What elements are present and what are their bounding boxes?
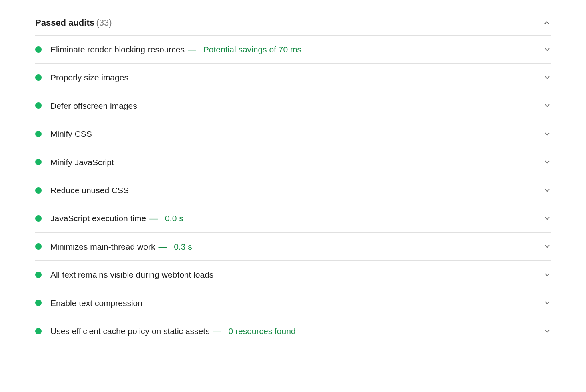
audit-row[interactable]: Defer offscreen images (35, 92, 551, 120)
audit-text: Eliminate render-blocking resources— Pot… (50, 44, 544, 55)
audit-text: Minify CSS (50, 128, 544, 140)
audit-label: Enable text compression (50, 298, 142, 308)
chevron-down-icon (544, 130, 551, 138)
audit-detail-separator: — (188, 45, 196, 54)
status-pass-icon (35, 215, 42, 222)
audit-row[interactable]: Properly size images (35, 64, 551, 92)
status-pass-icon (35, 187, 42, 194)
audit-label: JavaScript execution time (50, 214, 146, 223)
audit-text: JavaScript execution time— 0.0 s (50, 212, 544, 224)
chevron-down-icon (544, 158, 551, 166)
audit-label: Eliminate render-blocking resources (50, 45, 185, 54)
audit-label: Properly size images (50, 73, 128, 82)
audit-row[interactable]: JavaScript execution time— 0.0 s (35, 204, 551, 232)
status-pass-icon (35, 102, 42, 109)
audit-text: All text remains visible during webfont … (50, 269, 544, 280)
audit-text: Enable text compression (50, 297, 544, 309)
chevron-down-icon (544, 74, 551, 81)
audit-label: All text remains visible during webfont … (50, 270, 213, 279)
audit-row[interactable]: Enable text compression (35, 289, 551, 317)
audit-label: Uses efficient cache policy on static as… (50, 326, 210, 336)
audit-row[interactable]: Minify CSS (35, 120, 551, 148)
audit-text: Minimizes main-thread work— 0.3 s (50, 241, 544, 252)
audit-text: Properly size images (50, 72, 544, 83)
audit-detail: Potential savings of 70 ms (201, 45, 301, 54)
section-title: Passed audits (35, 18, 94, 28)
audit-detail-separator: — (213, 326, 221, 336)
audit-label: Minify JavaScript (50, 158, 114, 167)
audit-detail-separator: — (158, 242, 167, 251)
section-count: (33) (96, 18, 112, 28)
status-pass-icon (35, 131, 42, 137)
chevron-up-icon (543, 19, 551, 27)
audit-list: Eliminate render-blocking resources— Pot… (35, 35, 551, 345)
audit-row[interactable]: Minify JavaScript (35, 148, 551, 176)
audit-label: Minify CSS (50, 129, 92, 138)
audit-text: Defer offscreen images (50, 100, 544, 112)
chevron-down-icon (544, 215, 551, 222)
audit-row[interactable]: Eliminate render-blocking resources— Pot… (35, 36, 551, 64)
status-pass-icon (35, 300, 42, 306)
audit-text: Uses efficient cache policy on static as… (50, 325, 544, 337)
chevron-down-icon (544, 243, 551, 250)
audit-label: Reduce unused CSS (50, 186, 129, 195)
section-title-wrap: Passed audits (33) (35, 18, 112, 28)
passed-audits-header[interactable]: Passed audits (33) (35, 12, 551, 35)
chevron-down-icon (544, 46, 551, 53)
status-pass-icon (35, 328, 42, 334)
audit-row[interactable]: Minimizes main-thread work— 0.3 s (35, 233, 551, 261)
audit-detail-separator: — (149, 214, 158, 223)
chevron-down-icon (544, 102, 551, 109)
audit-row[interactable]: Reduce unused CSS (35, 176, 551, 204)
audit-detail: 0.0 s (163, 214, 183, 223)
audit-row[interactable]: All text remains visible during webfont … (35, 261, 551, 289)
audit-label: Minimizes main-thread work (50, 242, 155, 251)
chevron-down-icon (544, 328, 551, 335)
audit-text: Minify JavaScript (50, 156, 544, 168)
audit-detail: 0 resources found (226, 326, 296, 336)
audit-detail: 0.3 s (171, 242, 192, 251)
chevron-down-icon (544, 271, 551, 278)
audit-label: Defer offscreen images (50, 101, 137, 110)
chevron-down-icon (544, 187, 551, 194)
status-pass-icon (35, 272, 42, 278)
status-pass-icon (35, 159, 42, 165)
status-pass-icon (35, 243, 42, 250)
status-pass-icon (35, 46, 42, 53)
status-pass-icon (35, 74, 42, 81)
chevron-down-icon (544, 299, 551, 306)
audit-text: Reduce unused CSS (50, 184, 544, 196)
audit-row[interactable]: Uses efficient cache policy on static as… (35, 317, 551, 345)
